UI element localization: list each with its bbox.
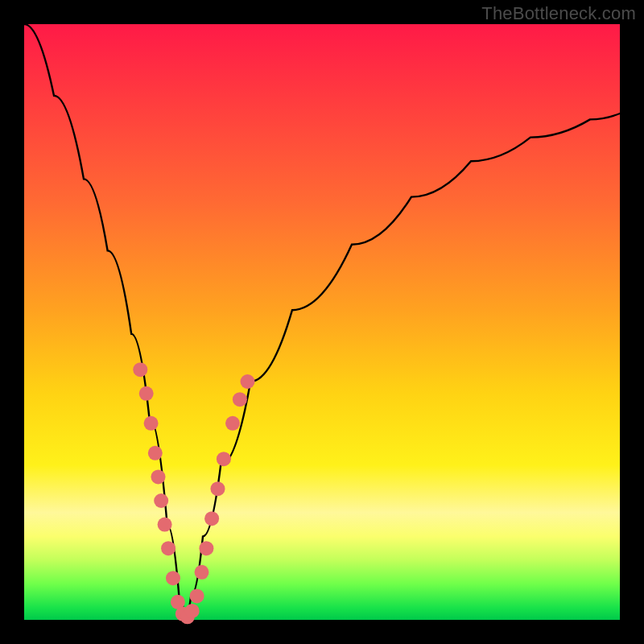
dots-layer (133, 362, 254, 624)
sample-dot (166, 571, 180, 585)
outer-frame: TheBottleneck.com (0, 0, 644, 644)
plot-area (24, 24, 620, 620)
bottleneck-curve (24, 24, 620, 620)
sample-dot (139, 386, 154, 401)
sample-dot (217, 452, 231, 466)
sample-dot (151, 469, 166, 484)
sample-dot (195, 565, 209, 580)
sample-dot (199, 541, 213, 555)
sample-dot (185, 604, 200, 618)
watermark-text: TheBottleneck.com (481, 3, 636, 24)
sample-dot (211, 481, 225, 496)
sample-dot (225, 416, 240, 431)
sample-dot (148, 446, 163, 460)
sample-dot (161, 541, 175, 555)
sample-dot (190, 588, 204, 603)
sample-dot (154, 493, 168, 508)
sample-dot (144, 416, 159, 431)
curve-layer (24, 24, 620, 620)
sample-dot (133, 362, 147, 377)
curve-svg (24, 24, 620, 620)
sample-dot (158, 518, 172, 532)
sample-dot (241, 374, 255, 389)
sample-dot (233, 392, 247, 407)
sample-dot (204, 511, 219, 526)
